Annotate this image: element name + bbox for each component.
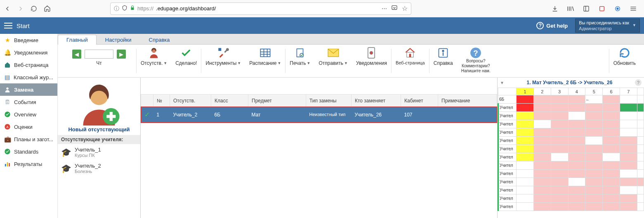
sidebar-item-substitution[interactable]: Замена	[0, 83, 57, 96]
schedule-cell[interactable]	[620, 161, 637, 170]
schedule-cell[interactable]	[603, 178, 620, 186]
schedule-tool[interactable]: Расписание▼	[245, 47, 285, 75]
day-input[interactable]	[85, 50, 113, 59]
sidebar-item-plans[interactable]: 💼Планы и загот...	[0, 133, 57, 145]
schedule-cell[interactable]	[637, 120, 644, 128]
schedule-cell[interactable]	[603, 137, 620, 145]
schedule-cell[interactable]	[517, 153, 534, 161]
bookmark-star-icon[interactable]: ☆	[402, 5, 408, 12]
schedule-cell[interactable]	[603, 128, 620, 137]
schedule-row[interactable]: Учител	[498, 153, 644, 161]
schedule-cell[interactable]	[533, 128, 551, 137]
table-header[interactable]: Класс	[211, 95, 248, 107]
pocket-icon[interactable]	[391, 5, 398, 12]
ext2-icon[interactable]	[612, 3, 623, 14]
table-header[interactable]: Примечание	[438, 95, 497, 107]
schedule-cell[interactable]	[533, 153, 551, 161]
schedule-cell[interactable]	[568, 128, 585, 137]
schedule-row[interactable]: Учител	[498, 161, 644, 170]
back-button[interactable]	[2, 3, 13, 14]
home-button[interactable]	[41, 3, 53, 14]
schedule-cell[interactable]	[517, 95, 534, 104]
schedule-cell[interactable]	[603, 194, 620, 203]
sidebar-item-results[interactable]: Результаты	[0, 158, 57, 170]
schedule-cell[interactable]	[533, 170, 551, 178]
sidebar-item-grades[interactable]: AОценки	[0, 121, 57, 133]
schedule-cell[interactable]	[568, 178, 585, 186]
schedule-cell[interactable]	[517, 170, 534, 178]
schedule-cell[interactable]	[517, 203, 534, 211]
schedule-cell[interactable]	[533, 194, 551, 203]
schedule-cell[interactable]	[551, 112, 568, 120]
schedule-cell[interactable]	[603, 112, 620, 120]
schedule-cell[interactable]	[517, 194, 534, 203]
schedule-cell[interactable]	[637, 186, 644, 194]
period-header[interactable]: 1	[517, 88, 534, 95]
schedule-cell[interactable]	[517, 145, 534, 153]
schedule-cell[interactable]	[585, 145, 603, 153]
sidebar-item-webpage[interactable]: Веб-страница	[0, 59, 57, 71]
period-header[interactable]: 4	[568, 88, 585, 95]
schedule-cell[interactable]	[568, 153, 585, 161]
schedule-cell[interactable]	[637, 178, 644, 186]
library-icon[interactable]	[565, 3, 576, 14]
schedule-cell[interactable]	[568, 120, 585, 128]
schedule-row[interactable]: Учител	[498, 145, 644, 153]
schedule-cell[interactable]	[603, 95, 620, 104]
schedule-row[interactable]: 6Б←	[498, 95, 644, 104]
schedule-cell[interactable]	[603, 120, 620, 128]
schedule-cell[interactable]	[620, 203, 637, 211]
sidebar-item-intro[interactable]: ★Введение	[0, 34, 57, 46]
schedule-cell[interactable]	[551, 137, 568, 145]
schedule-cell[interactable]	[517, 161, 534, 170]
next-day-button[interactable]: ▶	[117, 50, 126, 59]
send-tool[interactable]: Отправить▼	[315, 47, 352, 75]
schedule-row[interactable]: Учител	[498, 186, 644, 194]
schedule-cell[interactable]	[603, 153, 620, 161]
schedule-row[interactable]: Учител	[498, 203, 644, 211]
help-icon[interactable]: ?	[635, 79, 642, 86]
refresh-tool[interactable]: Обновить	[609, 47, 640, 75]
table-header[interactable]: Кто заменяет	[351, 95, 401, 107]
period-header[interactable]: 7	[620, 88, 637, 95]
schedule-cell[interactable]	[637, 153, 644, 161]
main-menu-icon[interactable]	[627, 3, 639, 14]
schedule-cell[interactable]	[620, 104, 637, 112]
done-tool[interactable]: Сделано!	[171, 47, 201, 75]
table-header[interactable]: №	[153, 95, 170, 107]
get-help[interactable]: ? Get help	[536, 22, 568, 29]
schedule-cell[interactable]	[551, 120, 568, 128]
schedule-cell[interactable]	[517, 104, 534, 112]
schedule-cell[interactable]	[603, 145, 620, 153]
schedule-row[interactable]: Учител	[498, 178, 644, 186]
table-header[interactable]: Отсутств.	[170, 95, 211, 107]
schedule-cell[interactable]	[637, 194, 644, 203]
schedule-row[interactable]: Учител	[498, 112, 644, 120]
notifs-tool[interactable]: Уведомления	[352, 47, 391, 75]
schedule-cell[interactable]	[568, 104, 585, 112]
schedule-cell[interactable]	[620, 153, 637, 161]
sidebar-item-overview[interactable]: Overview	[0, 108, 57, 121]
absent-teacher-row[interactable]: 🎓 Учитель_1 Курсы ПК	[58, 144, 140, 160]
schedule-cell[interactable]	[533, 161, 551, 170]
schedule-cell[interactable]	[603, 203, 620, 211]
shield-icon[interactable]	[122, 5, 127, 12]
schedule-cell[interactable]	[568, 194, 585, 203]
schedule-cell[interactable]	[533, 145, 551, 153]
tab-main[interactable]: Главный	[58, 35, 97, 45]
schedule-cell[interactable]	[620, 120, 637, 128]
sidebar-item-events[interactable]: 🗓События	[0, 96, 57, 108]
schedule-cell[interactable]	[533, 203, 551, 211]
schedule-row[interactable]: Учител	[498, 137, 644, 145]
feedback-tool[interactable]: ? Вопросы? Комментарии? Напишите нам.	[457, 47, 495, 75]
schedule-row[interactable]: Учител	[498, 120, 644, 128]
substitution-row[interactable]: ✓ 1 Учитель_2 6Б Мат Неизвестный тип Учи…	[141, 107, 497, 123]
schedule-cell[interactable]	[620, 128, 637, 137]
schedule-cell[interactable]	[637, 161, 644, 170]
schedule-cell[interactable]	[568, 137, 585, 145]
schedule-cell[interactable]	[585, 194, 603, 203]
info-icon[interactable]: ⓘ	[114, 5, 119, 12]
table-header[interactable]: Предмет	[248, 95, 306, 107]
webpage-tool[interactable]: Веб-страница	[392, 47, 429, 75]
period-header[interactable]: 3	[551, 88, 568, 95]
